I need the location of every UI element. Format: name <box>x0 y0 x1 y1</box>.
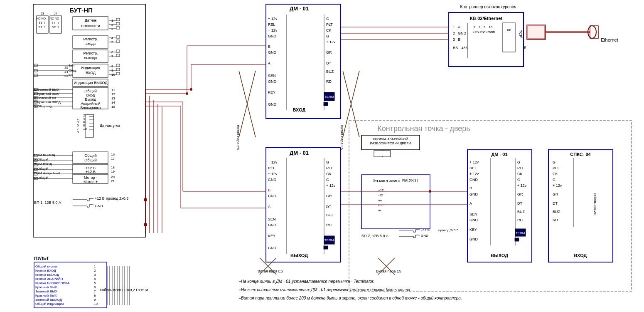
svg-text:Кнопка ВХОД: Кнопка ВХОД <box>35 269 56 272</box>
svg-text:J4: J4 <box>54 12 58 15</box>
svg-text:BUZ: BUZ <box>326 69 334 74</box>
svg-text:Регистр.: Регистр. <box>83 37 98 41</box>
svg-text:Красный ВЫХ: Красный ВЫХ <box>37 92 59 96</box>
svg-text:GND: GND <box>421 234 428 238</box>
svg-text:IP: IP <box>523 46 527 50</box>
svg-text:DT: DT <box>326 61 331 65</box>
svg-text:Общий: Общий <box>37 158 48 161</box>
svg-text:Выход: Выход <box>85 97 97 102</box>
svg-text:ДМ - 01: ДМ - 01 <box>491 152 507 157</box>
svg-text:9: 9 <box>484 25 486 29</box>
svg-text:A: A <box>268 205 270 209</box>
dm01-vyhod-title: ДМ - 01 <box>290 150 309 156</box>
diagram-container: БУТ-НП J3 NC NO 3 2 1 J4 NC NO 3 2 1 Дат… <box>0 0 644 312</box>
svg-text:REL: REL <box>268 166 275 170</box>
spks04-title: СПКС- 04 <box>570 152 591 157</box>
svg-rect-70 <box>116 64 120 67</box>
svg-text:B: B <box>268 45 270 49</box>
svg-text:2: 2 <box>41 25 43 29</box>
lock-title: Эл.магн.замок УМ-280Т <box>373 178 418 183</box>
svg-text:Зеленый ВХ: Зеленый ВХ <box>37 96 57 100</box>
but-np-title: БУТ-НП <box>69 7 93 14</box>
svg-text:G: G <box>326 160 329 164</box>
svg-text:BUZ: BUZ <box>553 210 560 214</box>
svg-text:ВЫХОД: ВЫХОД <box>290 253 308 258</box>
svg-text:6: 6 <box>94 285 96 289</box>
svg-text:10: 10 <box>111 73 115 77</box>
svg-text:RS - 485: RS - 485 <box>453 46 468 50</box>
svg-text:G: G <box>553 160 556 164</box>
ethernet-label: Ethernet <box>601 37 618 42</box>
svg-text:B: B <box>268 188 270 192</box>
svg-text:CK: CK <box>326 172 332 176</box>
svg-text:Кнопка БЛОКИРОВКА: Кнопка БЛОКИРОВКА <box>35 281 70 285</box>
svg-text:готовности: готовности <box>81 24 100 28</box>
svg-text:1: 1 <box>94 265 96 268</box>
svg-text:Общий индикации: Общий индикации <box>35 302 64 306</box>
svg-text:SEN: SEN <box>268 74 276 78</box>
svg-text:13: 13 <box>111 97 115 100</box>
svg-text:+ 12v: + 12v <box>469 160 479 164</box>
svg-text:Общий: Общий <box>84 154 97 158</box>
svg-text:Индикация: Индикация <box>81 66 100 70</box>
svg-rect-38 <box>116 36 120 38</box>
svg-text:B: B <box>469 186 472 190</box>
svg-text:7: 7 <box>94 290 96 293</box>
svg-text:NC  NO: NC NO <box>50 17 59 20</box>
svg-text:9: 9 <box>94 298 96 302</box>
svg-text:TERM: TERM <box>324 238 334 242</box>
svg-text:GND: GND <box>469 192 478 196</box>
svg-text:18: 18 <box>111 166 115 169</box>
svg-text:Красный ВХОД: Красный ВХОД <box>37 100 61 104</box>
svg-rect-278 <box>503 23 515 52</box>
svg-text:com: com <box>378 203 384 207</box>
svg-text:RD: RD <box>553 218 558 222</box>
svg-text:GR: GR <box>326 50 332 54</box>
svg-text:TCP: TCP <box>519 30 523 37</box>
svg-text:BUZ: BUZ <box>326 213 334 217</box>
svg-text:/: / <box>521 37 525 39</box>
svg-text:8: 8 <box>479 25 481 29</box>
svg-text:1: 1 <box>44 25 46 29</box>
svg-text:15: 15 <box>111 105 115 109</box>
vitaya-para-left: Витая пара Е5 <box>236 125 240 150</box>
svg-text:A: A <box>268 61 270 65</box>
svg-text:27: 27 <box>33 153 37 157</box>
svg-text:GND: GND <box>268 79 277 84</box>
svg-text:G: G <box>517 160 520 164</box>
svg-text:22: 22 <box>33 176 37 180</box>
svg-rect-257 <box>324 246 328 249</box>
svg-text:CK: CK <box>553 172 558 176</box>
svg-text:Вход: Вход <box>86 93 95 97</box>
svg-text:Мотор -: Мотор - <box>84 176 97 180</box>
svg-rect-284 <box>528 26 545 39</box>
vitaya-para-right: Витая пара Е5 <box>340 125 344 150</box>
svg-text:25: 25 <box>33 162 37 166</box>
svg-text:3: 3 <box>453 37 455 42</box>
svg-rect-295 <box>374 151 391 157</box>
svg-text:33: 33 <box>64 74 68 78</box>
svg-text:nc: nc <box>378 208 381 212</box>
svg-text:GND: GND <box>268 246 277 250</box>
svg-text:G: G <box>326 17 329 21</box>
svg-text:провод 2х0.5: провод 2х0.5 <box>106 196 128 201</box>
svg-text:DT: DT <box>326 205 331 209</box>
svg-text:Общий: Общий <box>84 89 97 93</box>
svg-text:Датчик угла: Датчик угла <box>100 124 120 128</box>
svg-text:Зеленый ВЫХ: Зеленый ВЫХ <box>37 88 59 92</box>
svg-text:PLT: PLT <box>326 22 333 27</box>
svg-text:G: G <box>517 178 520 182</box>
svg-text:RD: RD <box>326 223 332 227</box>
svg-rect-39 <box>116 40 120 42</box>
svg-rect-71 <box>116 68 120 71</box>
svg-text:34: 34 <box>64 70 68 74</box>
svg-text:RD: RD <box>517 218 523 222</box>
svg-text:Аварийный: Аварийный <box>81 102 100 106</box>
svg-text:24: 24 <box>33 167 37 171</box>
svg-text:+12: +12 <box>378 188 384 192</box>
checkpoint-title: Контрольная точка - дверь <box>377 124 470 133</box>
svg-text:RD: RD <box>326 79 332 84</box>
svg-text:3: 3 <box>111 27 113 31</box>
svg-text:2: 2 <box>54 25 56 29</box>
svg-text:Кабель КВ8П 10х0,2  L<15 м: Кабель КВ8П 10х0,2 L<15 м <box>100 288 148 292</box>
